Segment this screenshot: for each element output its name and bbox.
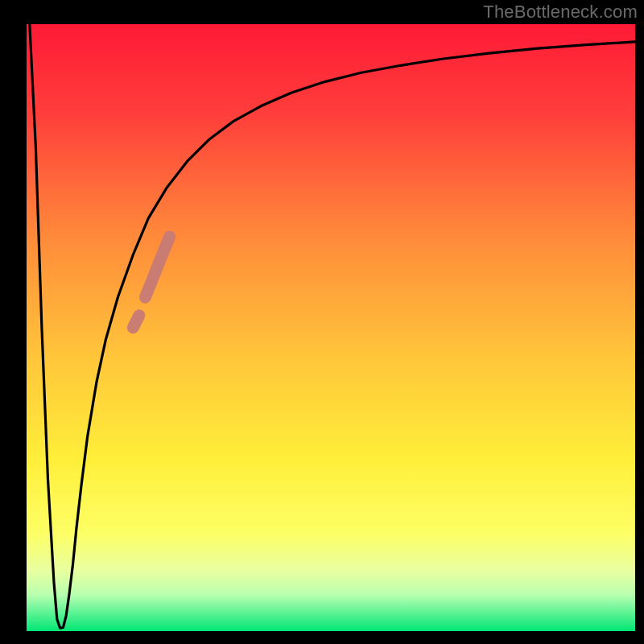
bottleneck-chart — [0, 0, 644, 644]
chart-frame: TheBottleneck.com — [0, 0, 644, 644]
plot-background — [27, 24, 635, 631]
watermark-text: TheBottleneck.com — [483, 2, 638, 23]
